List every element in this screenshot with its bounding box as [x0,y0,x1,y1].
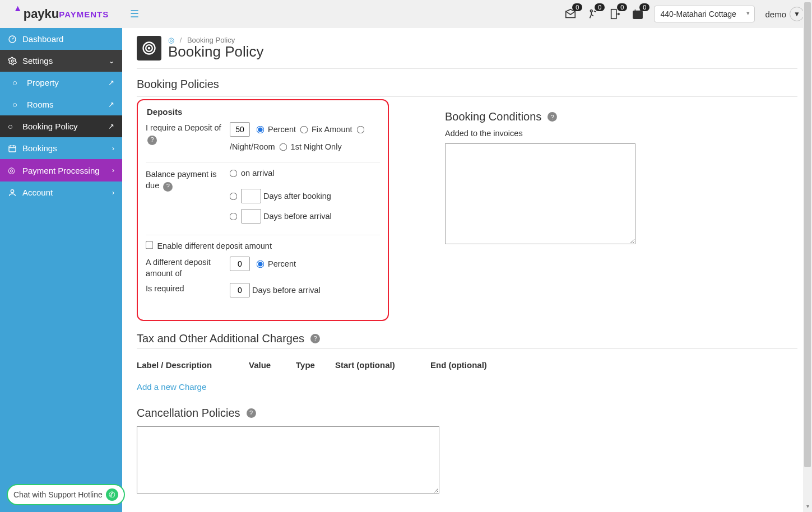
external-link-icon: ↗ [108,100,114,109]
nav-dashboard-label: Dashboard [22,34,63,44]
is-required-label: Is required [146,283,230,303]
tax-col-type: Type [296,360,335,370]
departures-icon[interactable]: 0 [609,8,621,20]
balance-days-before-radio[interactable] [230,212,238,220]
nav-bookings[interactable]: Bookings › [0,137,122,159]
nav-rooms-label: Rooms [27,100,54,109]
help-icon[interactable]: ? [163,182,173,192]
caret-down-icon: ▼ [790,7,804,21]
svg-rect-5 [611,10,616,19]
add-charge-link[interactable]: Add a new Charge [137,382,206,392]
deposit-fix-radio[interactable] [300,125,308,133]
external-link-icon: ↗ [108,78,114,87]
nav-dashboard[interactable]: Dashboard [0,28,122,50]
enable-diff-label: Enable different deposit amount [157,241,272,250]
chevron-right-icon: › [112,189,114,197]
cancellation-title: Cancellation Policies [137,407,240,420]
calendar-badge: 0 [639,3,649,11]
arrivals-icon[interactable]: 0 [587,8,599,20]
whatsapp-icon: ✆ [106,488,118,501]
nav-settings-label: Settings [22,56,53,66]
chevron-right-icon: › [112,145,114,152]
help-icon[interactable]: ? [547,112,557,122]
scroll-thumb[interactable] [804,2,811,467]
scrollbar[interactable]: ▴ ▾ [803,0,812,512]
balance-days-after-radio[interactable] [230,192,238,200]
nav-property[interactable]: ○ Property ↗ [0,72,122,94]
balance-arrival-label: on arrival [241,169,275,178]
nav-payment-processing[interactable]: ◎ Payment Processing › [0,159,122,181]
help-icon[interactable]: ? [310,334,320,343]
help-icon[interactable]: ? [247,408,256,418]
hamburger-icon[interactable]: ☰ [130,8,139,20]
nav-payment-label: Payment Processing [22,166,100,175]
deposit-percent-label: Percent [268,125,296,134]
deposit-first-radio[interactable] [279,143,287,151]
conditions-desc: Added to the invoices [445,129,797,138]
required-days-input[interactable] [230,283,250,297]
help-icon[interactable]: ? [147,136,157,145]
page-header-icon [137,36,161,60]
svg-point-4 [591,10,593,12]
balance-days-before-input[interactable] [241,209,261,224]
balance-label: Balance payment is due [146,170,217,190]
deposit-night-radio[interactable] [356,125,364,133]
scroll-down-icon[interactable]: ▾ [803,503,812,512]
enable-diff-checkbox[interactable] [146,241,154,249]
svg-rect-2 [9,146,16,152]
gear-icon [8,57,18,66]
page-title: Booking Policy [168,43,264,60]
deposit-night-label: /Night/Room [230,142,275,151]
nav-bookings-label: Bookings [22,143,57,153]
nav-rooms[interactable]: ○ Rooms ↗ [0,94,122,115]
circle-icon: ○ [8,122,18,131]
nav-settings[interactable]: Settings ⌄ [0,50,122,72]
required-suffix-label: Days before arrival [252,286,321,295]
conditions-textarea[interactable] [445,143,635,244]
deposit-amount-input[interactable] [230,122,250,137]
diff-deposit-label: A different deposit amount of [146,257,230,280]
external-link-icon: ↗ [108,122,114,131]
departures-badge: 0 [617,3,627,11]
nav-booking-policy[interactable]: ○ Booking Policy ↗ [0,115,122,137]
page-header: ◎ / Booking Policy Booking Policy [122,28,812,60]
balance-days-after-label: Days after booking [263,192,331,201]
target-icon: ◎ [8,165,18,175]
balance-days-before-label: Days before arrival [263,212,332,221]
sidebar: ▲ payku PAYMENTS Dashboard Settings ⌄ ○ … [0,0,122,512]
user-icon [8,188,18,197]
property-select-value: 440-Matahari Cottage [660,10,736,18]
gauge-icon [8,35,18,44]
tax-table-header: Label / Description Value Type Start (op… [137,356,797,374]
chevron-right-icon: › [112,166,114,174]
arrivals-badge: 0 [595,3,605,11]
calendar-top-icon[interactable]: 0 [632,8,644,20]
deposit-percent-radio[interactable] [257,125,265,133]
tax-col-end: End (optional) [430,360,526,370]
nav-account-label: Account [22,188,53,197]
nav-account[interactable]: Account › [0,181,122,203]
deposit-require-label: I require a Deposit of [146,123,221,132]
conditions-title: Booking Conditions [445,110,541,123]
logo-triangle-icon: ▲ [13,3,22,13]
chat-support-button[interactable]: Chat with Support Hotline ✆ [7,484,125,505]
deposits-legend: Deposits [146,107,380,117]
diff-percent-radio[interactable] [257,260,265,268]
tax-col-value: Value [249,360,296,370]
tax-col-label: Label / Description [137,360,249,370]
logo: ▲ payku PAYMENTS [0,0,122,28]
deposits-fieldset: Deposits I require a Deposit of ? P [137,99,389,321]
diff-amount-input[interactable] [230,257,250,271]
circle-icon: ○ [12,100,22,109]
user-dropdown[interactable]: demo ▼ [765,7,804,21]
svg-point-1 [11,60,13,62]
cancellation-textarea[interactable] [137,426,439,494]
balance-days-after-input[interactable] [241,189,261,203]
deposit-fix-label: Fix Amount [312,125,352,134]
property-select[interactable]: 440-Matahari Cottage [654,6,755,22]
calendar-icon [8,144,18,153]
mail-icon[interactable]: 0 [564,8,577,20]
diff-percent-label: Percent [268,259,296,268]
svg-rect-6 [633,11,643,19]
balance-arrival-radio[interactable] [230,169,238,177]
